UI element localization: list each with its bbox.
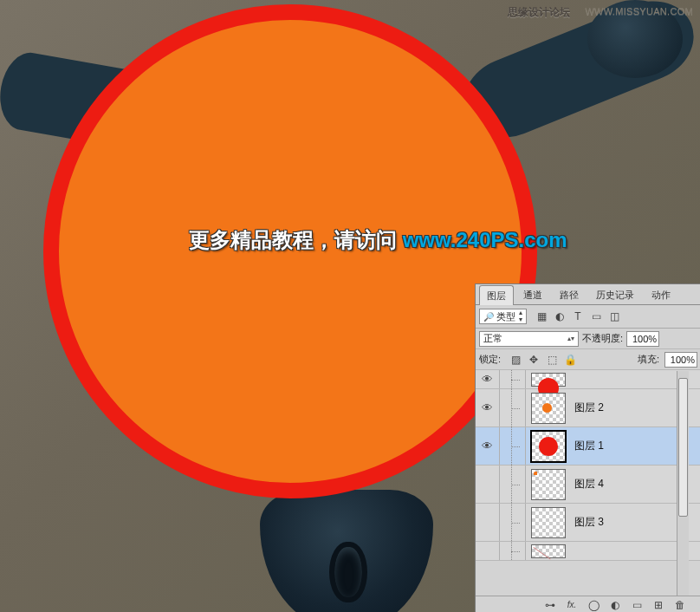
search-icon: 🔎 bbox=[483, 312, 494, 322]
layer-list: 👁 👁 图层 2 👁 图层 1 👁 图层 4 👁 图 bbox=[476, 370, 700, 561]
delete-layer-icon[interactable]: 🗑 bbox=[673, 599, 687, 611]
layer-row[interactable]: 👁 图层 3 bbox=[476, 504, 700, 542]
blend-row: 正常 ▴▾ 不透明度: 100% bbox=[476, 329, 700, 349]
layer-row[interactable]: 👁 图层 2 bbox=[476, 389, 700, 427]
filter-adjust-icon[interactable]: ◐ bbox=[554, 310, 566, 322]
layer-thumbnail[interactable] bbox=[531, 544, 566, 558]
filter-smart-icon[interactable]: ◫ bbox=[608, 310, 620, 322]
new-layer-icon[interactable]: ⊞ bbox=[651, 599, 665, 611]
tutorial-caption: 更多精品教程，请访问 www.240PS.com bbox=[189, 226, 567, 254]
lock-label: 锁定: bbox=[479, 353, 501, 366]
layer-scrollbar[interactable] bbox=[677, 371, 689, 596]
filter-type-icon[interactable]: T bbox=[572, 310, 584, 322]
opacity-value-field[interactable]: 100% bbox=[626, 331, 659, 347]
fill-value: 100% bbox=[671, 355, 695, 365]
figure-torso-slot bbox=[329, 542, 367, 602]
visibility-toggle[interactable]: 👁 bbox=[476, 542, 500, 560]
layer-row[interactable]: 👁 bbox=[476, 370, 700, 389]
lock-all-icon[interactable]: 🔒 bbox=[564, 354, 576, 366]
layer-name[interactable]: 图层 3 bbox=[574, 515, 604, 530]
layer-indent bbox=[500, 504, 526, 541]
fill-adjust-icon[interactable]: ◐ bbox=[608, 599, 622, 611]
lock-pixels-icon[interactable]: ▨ bbox=[509, 354, 522, 366]
layer-name[interactable]: 图层 4 bbox=[574, 477, 604, 492]
visibility-toggle[interactable]: 👁 bbox=[476, 504, 500, 541]
fill-label: 填充: bbox=[638, 353, 659, 366]
watermark-text: 思缘设计论坛 bbox=[508, 5, 570, 20]
opacity-label: 不透明度: bbox=[582, 332, 623, 345]
add-mask-icon[interactable]: ◯ bbox=[587, 599, 600, 611]
tab-history[interactable]: 历史记录 bbox=[588, 284, 642, 304]
visibility-toggle[interactable]: 👁 bbox=[476, 370, 500, 388]
eye-icon: 👁 bbox=[482, 439, 493, 452]
visibility-toggle[interactable]: 👁 bbox=[476, 466, 500, 503]
layer-fx-icon[interactable]: fx. bbox=[565, 600, 579, 609]
layer-thumbnail[interactable] bbox=[531, 431, 566, 462]
tab-paths[interactable]: 路径 bbox=[552, 284, 587, 304]
tab-channels[interactable]: 通道 bbox=[515, 284, 550, 304]
layer-row[interactable]: 👁 图层 4 bbox=[476, 466, 700, 504]
layer-thumbnail[interactable] bbox=[531, 469, 566, 500]
layers-panel: 图层 通道 路径 历史记录 动作 🔎 类型 ▴▾ ▦ ◐ T ▭ ◫ 正常 ▴▾… bbox=[475, 283, 700, 612]
layer-name[interactable]: 图层 2 bbox=[574, 400, 604, 415]
filter-image-icon[interactable]: ▦ bbox=[535, 310, 548, 322]
layer-row[interactable]: 👁 图层 1 bbox=[476, 427, 700, 466]
lock-artboard-icon[interactable]: ⬚ bbox=[546, 354, 558, 366]
panel-footer: ⊶ fx. ◯ ◐ ▭ ⊞ 🗑 bbox=[476, 596, 700, 612]
panel-tabbar: 图层 通道 路径 历史记录 动作 bbox=[476, 284, 700, 305]
caption-url: www.240PS.com bbox=[403, 228, 567, 251]
tab-layers[interactable]: 图层 bbox=[479, 285, 514, 305]
layer-name[interactable]: 图层 1 bbox=[574, 439, 604, 453]
caption-prefix: 更多精品教程，请访问 bbox=[189, 228, 403, 251]
opacity-value: 100% bbox=[632, 334, 657, 344]
layer-thumbnail[interactable] bbox=[531, 507, 566, 538]
layer-filter-row: 🔎 类型 ▴▾ ▦ ◐ T ▭ ◫ bbox=[476, 305, 700, 329]
lock-position-icon[interactable]: ✥ bbox=[528, 354, 540, 366]
layer-indent bbox=[500, 466, 526, 503]
eye-icon: 👁 bbox=[482, 401, 493, 414]
chevron-updown-icon: ▴▾ bbox=[567, 335, 574, 342]
filter-kind-label: 类型 bbox=[496, 310, 515, 323]
layer-indent bbox=[500, 542, 526, 560]
filter-kind-dropdown[interactable]: 🔎 类型 ▴▾ bbox=[479, 309, 527, 324]
blend-mode-dropdown[interactable]: 正常 ▴▾ bbox=[479, 331, 579, 347]
filter-shape-icon[interactable]: ▭ bbox=[590, 310, 602, 322]
layer-thumbnail[interactable] bbox=[531, 373, 566, 387]
scrollbar-thumb[interactable] bbox=[678, 378, 688, 517]
layer-row[interactable]: 👁 bbox=[476, 542, 700, 561]
link-layers-icon[interactable]: ⊶ bbox=[543, 599, 557, 611]
fill-value-field[interactable]: 100% bbox=[664, 352, 697, 368]
lock-row: 锁定: ▨ ✥ ⬚ 🔒 填充: 100% bbox=[476, 349, 700, 370]
blend-mode-value: 正常 bbox=[483, 332, 502, 345]
layer-indent bbox=[500, 389, 526, 426]
tab-actions[interactable]: 动作 bbox=[644, 284, 678, 304]
stepper-arrows-icon: ▴▾ bbox=[519, 309, 522, 323]
eye-icon: 👁 bbox=[482, 373, 493, 386]
layer-thumbnail[interactable] bbox=[531, 393, 566, 424]
new-group-icon[interactable]: ▭ bbox=[630, 599, 644, 611]
visibility-toggle[interactable]: 👁 bbox=[476, 427, 500, 465]
visibility-toggle[interactable]: 👁 bbox=[476, 389, 500, 426]
watermark-url: WWW.MISSYUAN.COM bbox=[585, 6, 693, 16]
layer-indent bbox=[500, 370, 526, 388]
layer-indent bbox=[500, 427, 526, 465]
